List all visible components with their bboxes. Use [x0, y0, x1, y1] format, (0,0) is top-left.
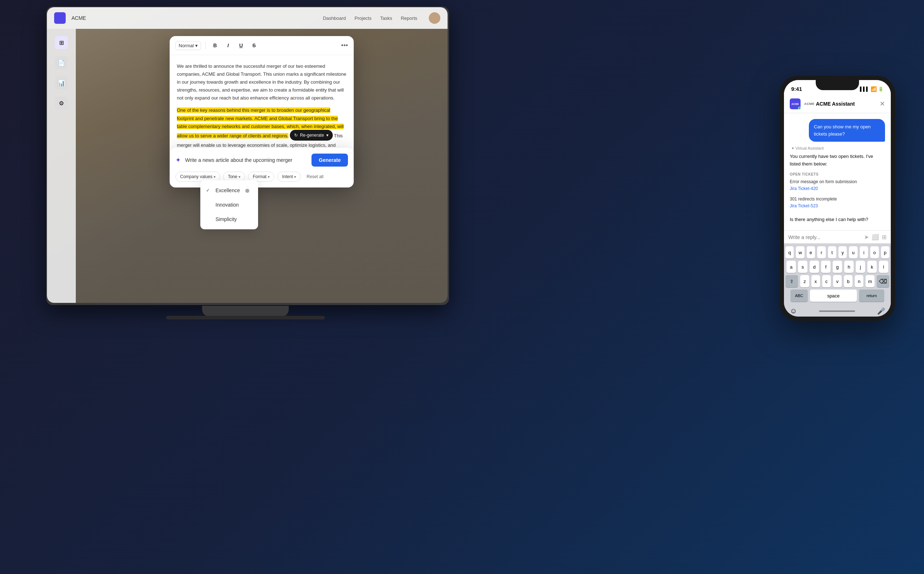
ticket-1-link[interactable]: Jira Ticket-420: [790, 186, 818, 191]
laptop-stand: [202, 306, 289, 317]
close-button[interactable]: ✕: [880, 100, 885, 108]
key-n[interactable]: n: [855, 275, 863, 287]
topbar-title: ACME: [71, 15, 86, 21]
nav-reports[interactable]: Reports: [400, 16, 417, 21]
key-r[interactable]: r: [817, 246, 826, 259]
tone-label: Tone: [228, 174, 237, 179]
underline-button[interactable]: U: [236, 40, 246, 50]
assistant-label: ✦ Virtual Assistant: [790, 146, 885, 151]
italic-button[interactable]: I: [223, 40, 233, 50]
toolbar-divider: [206, 42, 206, 49]
laptop-screen: ACME Dashboard Projects Tasks Reports ⊞ …: [47, 7, 448, 303]
key-x[interactable]: x: [812, 275, 820, 287]
regenerate-chevron: ▾: [326, 132, 328, 139]
key-k[interactable]: k: [867, 261, 877, 273]
send-icon[interactable]: ➤: [864, 233, 869, 240]
space-key[interactable]: space: [810, 290, 857, 302]
grid-icon[interactable]: ⊞: [882, 233, 886, 240]
mic-key[interactable]: 🎤: [877, 307, 885, 315]
toolbar-more-button[interactable]: •••: [341, 42, 348, 49]
prompt-input[interactable]: [185, 157, 307, 163]
key-a[interactable]: a: [786, 261, 796, 273]
user-message-bubble: Can you show me my open tickets please?: [809, 119, 885, 142]
keyboard-extras: ☺ 🎤: [784, 305, 891, 317]
assistant-response-section: ✦ Virtual Assistant You currently have t…: [790, 146, 885, 222]
laptop-topbar: ACME Dashboard Projects Tasks Reports: [47, 7, 448, 29]
key-h[interactable]: h: [844, 261, 854, 273]
key-e[interactable]: e: [807, 246, 815, 259]
innovation-label: Innovation: [215, 202, 239, 208]
key-s[interactable]: s: [798, 261, 807, 273]
key-v[interactable]: v: [833, 275, 842, 287]
delete-key[interactable]: ⌫: [877, 275, 889, 287]
intent-label: Intent: [282, 174, 293, 179]
laptop-sidebar: ⊞ 📄 📊 ⚙: [47, 29, 76, 303]
prompt-input-row: ✦ Generate: [176, 154, 348, 167]
key-b[interactable]: b: [844, 275, 853, 287]
dropdown-item-excellence[interactable]: ✓ Excellence ⬤: [200, 183, 258, 197]
online-indicator: [798, 107, 801, 110]
key-q[interactable]: q: [785, 246, 794, 259]
abc-key[interactable]: ABC: [790, 290, 808, 302]
ticket-2: 301 redirects incomplete Jira Ticket-523: [790, 197, 885, 209]
bold-button[interactable]: B: [210, 40, 220, 50]
company-values-chevron: ▾: [214, 175, 215, 179]
regenerate-button[interactable]: ↻ Re-generate ▾: [290, 130, 333, 140]
key-m[interactable]: m: [865, 275, 874, 287]
keyboard-row-3: ⇧ z x c v b n m ⌫: [785, 275, 889, 287]
topbar-logo: [54, 12, 66, 24]
topbar-nav: Dashboard Projects Tasks Reports: [323, 16, 417, 21]
closing-message: Is there anything else I can help with?: [790, 217, 885, 222]
ticket-2-link[interactable]: Jira Ticket-523: [790, 203, 818, 208]
key-o[interactable]: o: [870, 246, 878, 259]
phone-frame: 9:41 ▌▌▌ 📶 🔋 ACME ACME ACME Assistant ✕: [780, 76, 895, 321]
key-i[interactable]: i: [860, 246, 868, 259]
key-j[interactable]: j: [856, 261, 865, 273]
ticket-2-description: 301 redirects incomplete: [790, 197, 885, 202]
nav-tasks[interactable]: Tasks: [380, 16, 392, 21]
dropdown-item-innovation[interactable]: ✓ Innovation: [200, 197, 258, 212]
key-t[interactable]: t: [828, 246, 836, 259]
key-l[interactable]: l: [879, 261, 888, 273]
generate-button[interactable]: Generate: [312, 154, 348, 167]
nav-dashboard[interactable]: Dashboard: [323, 16, 346, 21]
phone-keyboard: q w e r t y u i o p a s d f g h j k: [784, 243, 891, 305]
style-select-chevron: ▾: [195, 43, 198, 48]
key-c[interactable]: c: [822, 275, 831, 287]
key-p[interactable]: p: [881, 246, 889, 259]
key-u[interactable]: u: [849, 246, 857, 259]
sidebar-settings-icon[interactable]: ⚙: [55, 97, 68, 110]
status-time: 9:41: [791, 84, 802, 92]
keyboard-row-1: q w e r t y u i o p: [785, 246, 889, 259]
signal-icon: ▌▌▌: [860, 87, 869, 91]
assistant-greeting: You currently have two open tickets. I'v…: [790, 153, 885, 168]
brand-label: ACME: [804, 102, 815, 106]
key-z[interactable]: z: [800, 275, 809, 287]
strikethrough-button[interactable]: S: [249, 40, 259, 50]
key-y[interactable]: y: [839, 246, 847, 259]
shift-key[interactable]: ⇧: [785, 275, 798, 287]
dropdown-item-simplicity[interactable]: ✓ Simplicity: [200, 212, 258, 226]
key-f[interactable]: f: [821, 261, 831, 273]
image-icon[interactable]: ⬜: [872, 233, 879, 240]
style-select[interactable]: Normal ▾: [176, 41, 201, 50]
sidebar-docs-icon[interactable]: 📄: [55, 56, 68, 69]
intent-filter[interactable]: Intent ▾: [277, 172, 301, 182]
return-key[interactable]: return: [859, 290, 884, 302]
ticket-1-description: Error message on form submission: [790, 179, 885, 184]
user-avatar[interactable]: [429, 12, 440, 24]
sidebar-home-icon[interactable]: ⊞: [55, 36, 68, 49]
key-g[interactable]: g: [833, 261, 842, 273]
editor-modal: Normal ▾ B I U S ••• We are thrilled to …: [169, 36, 354, 163]
reset-all-button[interactable]: Reset all: [304, 172, 326, 181]
status-icons: ▌▌▌ 📶 🔋: [860, 85, 884, 92]
editor-content[interactable]: We are thrilled to announce the successf…: [169, 55, 354, 163]
chat-reply-input[interactable]: [788, 234, 861, 240]
chat-body: Can you show me my open tickets please? …: [784, 113, 891, 230]
emoji-key[interactable]: ☺: [790, 307, 797, 315]
key-d[interactable]: d: [810, 261, 819, 273]
nav-projects[interactable]: Projects: [354, 16, 372, 21]
key-w[interactable]: w: [796, 246, 804, 259]
sidebar-chart-icon[interactable]: 📊: [55, 76, 68, 90]
chat-header-text: ACME ACME Assistant: [804, 101, 855, 107]
